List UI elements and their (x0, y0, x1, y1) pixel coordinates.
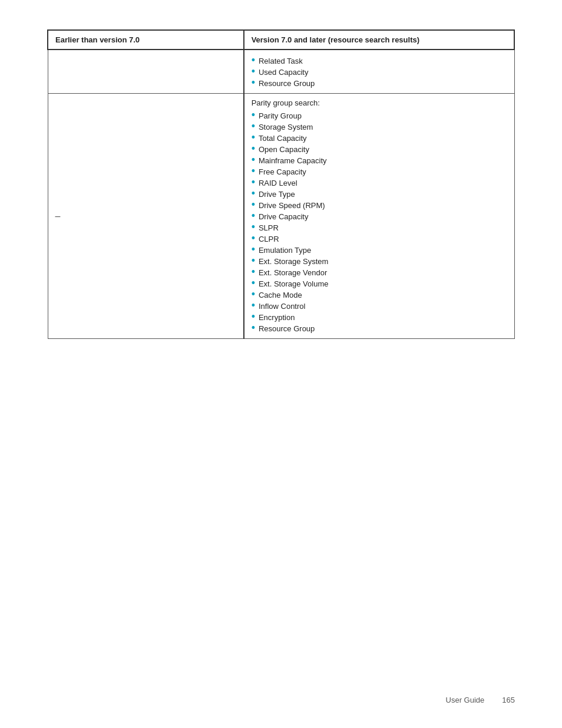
list-item-label: Resource Group (259, 324, 315, 333)
row2-section-label: Parity group search: (252, 98, 507, 107)
list-item-label: Mainframe Capacity (259, 156, 327, 165)
bullet-icon: • (252, 199, 255, 210)
bullet-icon: • (252, 210, 255, 221)
list-item: •Emulation Type (252, 244, 507, 255)
bullet-icon: • (252, 143, 255, 154)
bullet-icon: • (252, 244, 255, 255)
list-item-label: Open Capacity (259, 145, 309, 154)
page-container: Earlier than version 7.0 Version 7.0 and… (0, 0, 562, 374)
bullet-icon: • (252, 188, 255, 199)
list-item: •Ext. Storage Vendor (252, 266, 507, 277)
list-item-label: Ext. Storage Volume (259, 279, 329, 288)
comparison-table: Earlier than version 7.0 Version 7.0 and… (47, 29, 515, 339)
bullet-icon: • (252, 55, 255, 65)
list-item-label: SLPR (259, 223, 279, 232)
list-item-label: Total Capacity (259, 134, 307, 143)
bullet-icon: • (252, 233, 255, 243)
list-item-label: Drive Speed (RPM) (259, 201, 325, 210)
bullet-icon: • (252, 66, 255, 77)
list-item: •Ext. Storage Volume (252, 278, 507, 288)
list-item-label: Emulation Type (259, 246, 311, 255)
bullet-icon: • (252, 222, 255, 232)
row1-left (48, 50, 244, 94)
list-item: •Drive Speed (RPM) (252, 199, 507, 210)
list-item: •Resource Group (252, 322, 507, 333)
footer-page: 165 (502, 696, 515, 704)
list-item: •Cache Mode (252, 289, 507, 299)
list-item: •Drive Type (252, 188, 507, 199)
bullet-icon: • (252, 278, 255, 288)
list-item: •Encryption (252, 311, 507, 322)
list-item-label: Cache Mode (259, 291, 302, 299)
bullet-icon: • (252, 266, 255, 277)
bullet-icon: • (252, 110, 255, 120)
list-item-label: RAID Level (259, 179, 297, 187)
list-item: •SLPR (252, 222, 507, 232)
table-row-2: – Parity group search: •Parity Group•Sto… (48, 94, 514, 339)
list-item: •Open Capacity (252, 143, 507, 154)
row1-list: •Related Task•Used Capacity•Resource Gro… (252, 55, 507, 88)
bullet-icon: • (252, 177, 255, 187)
header-left: Earlier than version 7.0 (48, 30, 244, 50)
table-row-1: •Related Task•Used Capacity•Resource Gro… (48, 50, 514, 94)
bullet-icon: • (252, 311, 255, 322)
list-item: •Ext. Storage System (252, 255, 507, 266)
list-item: •Total Capacity (252, 132, 507, 143)
header-right: Version 7.0 and later (resource search r… (244, 30, 514, 50)
bullet-icon: • (252, 300, 255, 311)
list-item-label: Parity Group (259, 111, 302, 120)
list-item: •Inflow Control (252, 300, 507, 311)
list-item-label: Inflow Control (259, 302, 305, 311)
list-item-label: Drive Type (259, 190, 295, 199)
list-item-label: Drive Capacity (259, 212, 309, 221)
bullet-icon: • (252, 289, 255, 299)
list-item-label: Encryption (259, 313, 295, 322)
bullet-icon: • (252, 154, 255, 165)
footer-label: User Guide (446, 696, 485, 704)
row2-right: Parity group search: •Parity Group•Stora… (244, 94, 514, 339)
list-item: •Resource Group (252, 77, 507, 88)
row1-right: •Related Task•Used Capacity•Resource Gro… (244, 50, 514, 94)
list-item-label: Ext. Storage Vendor (259, 268, 327, 277)
list-item: •Storage System (252, 121, 507, 131)
bullet-icon: • (252, 77, 255, 88)
list-item-label: Used Capacity (259, 68, 309, 77)
bullet-icon: • (252, 322, 255, 333)
list-item: •Related Task (252, 55, 507, 65)
bullet-icon: • (252, 255, 255, 266)
footer: User Guide 165 (446, 696, 515, 704)
list-item: •CLPR (252, 233, 507, 243)
list-item: •Drive Capacity (252, 210, 507, 221)
list-item: •Free Capacity (252, 166, 507, 176)
list-item-label: Storage System (259, 123, 313, 131)
list-item: •Mainframe Capacity (252, 154, 507, 165)
list-item-label: Ext. Storage System (259, 257, 329, 266)
list-item: •Used Capacity (252, 66, 507, 77)
row2-list: •Parity Group•Storage System•Total Capac… (252, 110, 507, 333)
bullet-icon: • (252, 121, 255, 131)
list-item: •RAID Level (252, 177, 507, 187)
row2-left: – (48, 94, 244, 339)
bullet-icon: • (252, 166, 255, 176)
list-item-label: Related Task (259, 57, 303, 65)
list-item-label: CLPR (259, 235, 279, 243)
list-item: •Parity Group (252, 110, 507, 120)
list-item-label: Resource Group (259, 79, 315, 88)
list-item-label: Free Capacity (259, 167, 306, 176)
bullet-icon: • (252, 132, 255, 143)
